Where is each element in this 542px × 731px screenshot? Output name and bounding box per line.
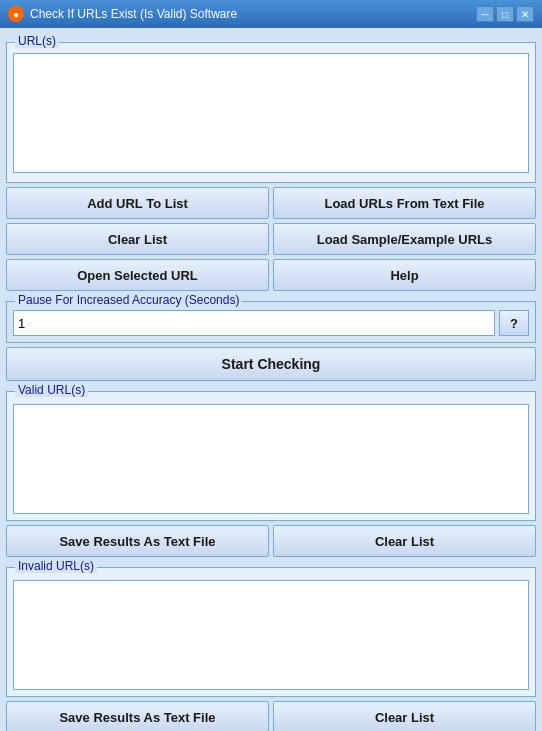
valid-urls-textarea[interactable] [13,404,529,514]
open-selected-button[interactable]: Open Selected URL [6,259,269,291]
add-url-button[interactable]: Add URL To List [6,187,269,219]
urls-group-label: URL(s) [15,34,59,48]
save-valid-button[interactable]: Save Results As Text File [6,525,269,557]
valid-button-row: Save Results As Text File Clear List [6,525,536,557]
help-button[interactable]: Help [273,259,536,291]
window-controls: ─ □ ✕ [476,6,534,22]
save-invalid-button[interactable]: Save Results As Text File [6,701,269,731]
load-urls-button[interactable]: Load URLs From Text File [273,187,536,219]
main-content: URL(s) Add URL To List Load URLs From Te… [0,28,542,731]
valid-urls-label: Valid URL(s) [15,383,88,397]
start-checking-button[interactable]: Start Checking [6,347,536,381]
clear-invalid-button[interactable]: Clear List [273,701,536,731]
pause-group-label: Pause For Increased Accuracy (Seconds) [15,293,242,307]
invalid-urls-label: Invalid URL(s) [15,559,97,573]
close-button[interactable]: ✕ [516,6,534,22]
pause-input-row: ? [13,310,529,336]
app-icon: ● [8,6,24,22]
invalid-urls-inner [7,568,535,696]
window-title: Check If URLs Exist (Is Valid) Software [30,7,470,21]
urls-group: URL(s) [6,42,536,183]
pause-input[interactable] [13,310,495,336]
url-input[interactable] [13,53,529,173]
title-bar: ● Check If URLs Exist (Is Valid) Softwar… [0,0,542,28]
load-sample-button[interactable]: Load Sample/Example URLs [273,223,536,255]
clear-valid-button[interactable]: Clear List [273,525,536,557]
valid-urls-inner [7,392,535,520]
pause-help-button[interactable]: ? [499,310,529,336]
invalid-urls-textarea[interactable] [13,580,529,690]
restore-button[interactable]: □ [496,6,514,22]
invalid-urls-group: Invalid URL(s) [6,567,536,697]
button-row-2: Clear List Load Sample/Example URLs [6,223,536,255]
minimize-button[interactable]: ─ [476,6,494,22]
button-row-1: Add URL To List Load URLs From Text File [6,187,536,219]
button-row-3: Open Selected URL Help [6,259,536,291]
invalid-button-row: Save Results As Text File Clear List [6,701,536,731]
clear-list-button-1[interactable]: Clear List [6,223,269,255]
valid-urls-group: Valid URL(s) [6,391,536,521]
pause-group: Pause For Increased Accuracy (Seconds) ? [6,301,536,343]
